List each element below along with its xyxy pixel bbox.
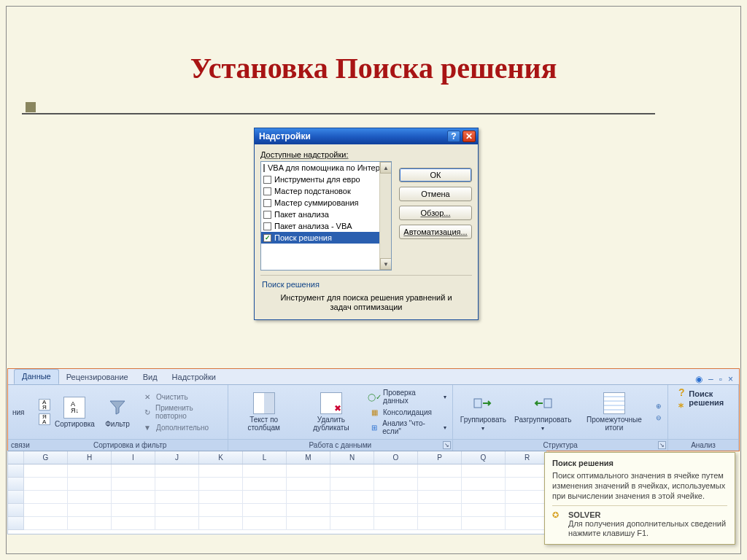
minimize-icon[interactable]: – [708, 374, 713, 384]
tooltip-body: Поиск оптимального значения в ячейке пут… [552, 470, 727, 501]
text-to-columns-icon [253, 392, 275, 414]
restore-icon[interactable]: ▫ [719, 374, 722, 384]
checkbox[interactable] [263, 222, 271, 230]
checkbox[interactable] [263, 176, 271, 184]
collapse-icon[interactable]: ⊖ [656, 414, 662, 421]
list-item: VBA для помощника по Интернету [261, 162, 391, 174]
tab-addins[interactable]: Надстройки [165, 370, 223, 384]
cancel-button[interactable]: Отмена [399, 187, 472, 201]
advanced-icon: ▼ [142, 421, 153, 433]
group-label: Анализ [691, 441, 716, 449]
col-header[interactable]: R [506, 451, 549, 464]
filter-button[interactable]: Фильтр [99, 397, 136, 428]
ungroup-icon [532, 392, 554, 414]
help-bulb-icon: ✪ [552, 510, 564, 522]
browse-button[interactable]: Обзор... [399, 206, 472, 220]
dialog-titlebar[interactable]: Надстройки ? ✕ [255, 128, 478, 144]
solver-button[interactable]: ?⁎ Поиск решения [674, 388, 732, 408]
data-validation-button[interactable]: ◯✓Проверка данных ▾ [368, 389, 446, 405]
whatif-button[interactable]: ⊞Анализ "что-если" ▾ [368, 419, 446, 435]
group-label: Работа с данными [309, 441, 372, 449]
sort-asc-icon[interactable]: АЯ [39, 399, 50, 411]
group-outline: Группировать ▾ Разгруппировать ▾ Промежу… [453, 385, 668, 451]
group-icon [472, 392, 494, 414]
reapply-icon: ↻ [142, 406, 152, 418]
col-header[interactable]: N [330, 451, 374, 464]
ungroup-button[interactable]: Разгруппировать ▾ [514, 392, 573, 432]
list-item: Мастер суммирования [261, 197, 391, 209]
group-analysis: ?⁎ Поиск решения Анализ [668, 385, 739, 451]
dialog-section-title: Поиск решения [260, 280, 472, 289]
col-header[interactable]: G [24, 451, 68, 464]
frag-label: связи [8, 439, 33, 451]
addins-dialog: Надстройки ? ✕ Доступные надстройки: VBA… [254, 128, 479, 320]
help-icon[interactable]: ◉ [695, 374, 703, 384]
clear-icon: ✕ [142, 391, 153, 402]
solver-tooltip: Поиск решения Поиск оптимального значени… [544, 452, 735, 545]
automation-button[interactable]: Автоматизация... [399, 225, 472, 239]
group-data-tools: Текст по столбцам ✖ Удалить дубликаты ◯✓… [228, 385, 454, 451]
col-header[interactable]: P [418, 451, 462, 464]
reapply-button[interactable]: ↻Применить повторно [142, 404, 221, 420]
expand-icon[interactable]: ⊕ [656, 402, 662, 410]
ok-button[interactable]: ОК [399, 168, 472, 182]
solver-icon: ?⁎ [678, 392, 686, 404]
col-header[interactable]: J [155, 451, 199, 464]
remove-duplicates-button[interactable]: ✖ Удалить дубликаты [300, 392, 363, 432]
whatif-icon: ⊞ [368, 421, 379, 433]
dialog-title: Надстройки [259, 131, 311, 141]
col-header[interactable]: K [199, 451, 243, 464]
advanced-button[interactable]: ▼Дополнительно [142, 421, 221, 433]
scroll-up-icon[interactable]: ▲ [380, 162, 392, 174]
col-header[interactable]: Q [462, 451, 506, 464]
col-header[interactable]: O [374, 451, 418, 464]
launcher-icon[interactable]: ↘ [443, 441, 451, 449]
checkbox[interactable] [263, 164, 265, 172]
column-headers: G H I J K L M N O P Q R [8, 451, 546, 464]
funnel-icon [107, 397, 128, 419]
clear-button[interactable]: ✕Очистить [142, 391, 221, 402]
launcher-icon[interactable]: ↘ [658, 441, 666, 449]
slide-rule [22, 113, 655, 114]
sort-icon: АЯ↓ [63, 397, 85, 419]
close-button[interactable]: ✕ [462, 131, 476, 142]
checkbox[interactable] [263, 187, 271, 195]
subtotal-button[interactable]: Промежуточные итоги [578, 392, 650, 432]
tooltip-title: Поиск решения [552, 459, 727, 467]
remove-duplicates-icon: ✖ [320, 392, 342, 414]
ribbon-tabs: Данные Рецензирование Вид Надстройки ◉ –… [8, 369, 739, 385]
svg-rect-0 [474, 399, 481, 408]
col-header[interactable]: H [68, 451, 112, 464]
scrollbar[interactable]: ▲ ▼ [379, 162, 391, 270]
checkbox[interactable] [263, 199, 271, 207]
tab-view[interactable]: Вид [136, 370, 165, 384]
group-rows-button[interactable]: Группировать ▾ [459, 392, 508, 432]
list-item: Пакет анализа - VBA [261, 220, 391, 232]
scroll-down-icon[interactable]: ▼ [380, 258, 392, 270]
rows [8, 464, 546, 530]
tooltip-help-body: Для получения дополнительных сведений на… [568, 519, 727, 538]
group-sort-filter: АЯ ЯА АЯ↓ Сортировка Фильтр ✕Очистить ↻П… [33, 385, 228, 451]
addins-listbox[interactable]: VBA для помощника по Интернету Инструмен… [260, 161, 392, 271]
tooltip-help-title: SOLVER [568, 510, 727, 519]
sort-desc-icon[interactable]: ЯА [39, 413, 50, 425]
text-to-columns-button[interactable]: Текст по столбцам [234, 392, 294, 432]
worksheet-grid[interactable]: G H I J K L M N O P Q R [7, 451, 546, 534]
col-header[interactable]: L [243, 451, 287, 464]
help-button[interactable]: ? [447, 131, 460, 142]
subtotal-icon [603, 392, 625, 414]
consolidate-icon: ▦ [368, 406, 380, 418]
sort-button[interactable]: АЯ↓ Сортировка [56, 397, 93, 428]
tab-review[interactable]: Рецензирование [59, 370, 136, 384]
consolidate-button[interactable]: ▦Консолидация [368, 406, 446, 418]
window-close-icon[interactable]: × [728, 374, 733, 384]
col-header[interactable]: I [112, 451, 155, 464]
checkbox-checked[interactable]: ✓ [263, 234, 271, 242]
available-addins-label: Доступные надстройки: [260, 150, 472, 159]
tab-data[interactable]: Данные [14, 369, 59, 384]
slide-bullet [26, 102, 36, 112]
col-header[interactable]: M [287, 451, 330, 464]
excel-ribbon: Данные Рецензирование Вид Надстройки ◉ –… [7, 368, 740, 451]
checkbox[interactable] [263, 211, 271, 219]
validation-icon: ◯✓ [368, 391, 380, 402]
